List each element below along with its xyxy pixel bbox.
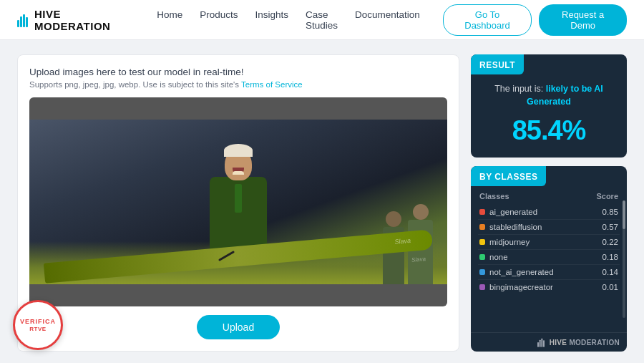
image-container: Slava bbox=[29, 97, 447, 306]
upload-subtext: Supports png, jpeg, jpg, webp. Use is su… bbox=[29, 80, 447, 89]
class-score-3: 0.18 bbox=[602, 253, 618, 261]
class-rows-container: ai_generated 0.85 stablediffusion 0.57 m… bbox=[478, 205, 620, 294]
class-dot-0 bbox=[479, 209, 485, 215]
class-left-1: stablediffusion bbox=[479, 223, 542, 231]
result-body: The input is: likely to be AI Generated … bbox=[471, 74, 627, 158]
result-card: RESULT The input is: likely to be AI Gen… bbox=[471, 54, 627, 158]
left-panel: Upload images here to test our model in … bbox=[17, 54, 459, 352]
image-scene: Slava bbox=[29, 120, 447, 284]
svg-rect-1 bbox=[20, 16, 22, 27]
svg-rect-0 bbox=[17, 20, 19, 27]
figure-teeth bbox=[233, 171, 244, 175]
svg-rect-4 bbox=[537, 342, 539, 347]
class-row: none 0.18 bbox=[478, 250, 620, 265]
class-row: not_ai_generated 0.14 bbox=[478, 265, 620, 280]
class-dot-5 bbox=[479, 284, 485, 290]
nav-links: Home Products Insights Case Studies Docu… bbox=[157, 9, 420, 31]
tos-link[interactable]: Terms of Service bbox=[241, 80, 303, 89]
classes-header: BY CLASSES bbox=[471, 166, 546, 186]
classes-header-text: BY CLASSES bbox=[479, 172, 537, 182]
class-name-0: ai_generated bbox=[489, 208, 537, 216]
upload-button[interactable]: Upload bbox=[197, 315, 280, 339]
classes-card: BY CLASSES Classes Score ai_generated 0.… bbox=[471, 166, 627, 352]
verifica-rtve-text: RTVE bbox=[29, 326, 46, 332]
nav-products[interactable]: Products bbox=[200, 9, 238, 31]
result-sentence: The input is: likely to be AI Generated bbox=[481, 83, 617, 108]
svg-rect-7 bbox=[543, 340, 545, 347]
class-name-4: not_ai_generated bbox=[489, 268, 554, 276]
class-left-5: bingimagecreator bbox=[479, 283, 553, 291]
class-row: bingimagecreator 0.01 bbox=[478, 280, 620, 294]
result-header-text: RESULT bbox=[479, 60, 515, 70]
logo-text: HIVE MODERATION bbox=[34, 8, 134, 32]
navbar: HIVE MODERATION Home Products Insights C… bbox=[0, 0, 644, 40]
scrollbar-thumb bbox=[623, 200, 625, 229]
class-row: ai_generated 0.85 bbox=[478, 205, 620, 220]
verifica-badge: VERIFICA RTVE bbox=[13, 300, 63, 350]
scrollbar[interactable] bbox=[623, 200, 625, 318]
verifica-text: VERIFICA bbox=[20, 318, 56, 326]
bg-soldier-head-1 bbox=[413, 204, 429, 220]
class-name-1: stablediffusion bbox=[489, 223, 542, 231]
result-header: RESULT bbox=[471, 54, 524, 74]
missile-text: Slava bbox=[411, 256, 426, 263]
class-score-5: 0.01 bbox=[602, 283, 618, 291]
request-demo-button[interactable]: Request a Demo bbox=[539, 4, 627, 36]
class-name-2: midjourney bbox=[489, 238, 530, 246]
nav-home[interactable]: Home bbox=[157, 9, 182, 31]
right-panel: RESULT The input is: likely to be AI Gen… bbox=[471, 54, 627, 352]
go-to-dashboard-button[interactable]: Go To Dashboard bbox=[443, 4, 532, 36]
class-left-2: midjourney bbox=[479, 238, 530, 246]
result-percentage: 85.4% bbox=[481, 115, 617, 146]
svg-rect-5 bbox=[539, 340, 540, 347]
class-left-3: none bbox=[479, 253, 508, 261]
col-score: Score bbox=[596, 192, 618, 200]
svg-rect-6 bbox=[541, 339, 542, 347]
class-score-0: 0.85 bbox=[602, 208, 618, 216]
svg-rect-2 bbox=[23, 14, 25, 27]
class-dot-1 bbox=[479, 224, 485, 230]
class-name-3: none bbox=[489, 253, 508, 261]
classes-table: Classes Score ai_generated 0.85 stabledi… bbox=[471, 186, 627, 332]
logo: HIVE MODERATION bbox=[17, 8, 134, 32]
figure-tie bbox=[235, 184, 242, 213]
bg-soldier-1 bbox=[408, 220, 433, 284]
class-dot-3 bbox=[479, 254, 485, 260]
footer-logo-text: HIVE MODERATION bbox=[550, 339, 620, 347]
figure-hair bbox=[224, 144, 253, 157]
class-score-4: 0.14 bbox=[602, 268, 618, 276]
col-classes: Classes bbox=[479, 192, 509, 200]
main-content: Upload images here to test our model in … bbox=[0, 40, 644, 363]
class-left-4: not_ai_generated bbox=[479, 268, 554, 276]
logo-icon bbox=[17, 13, 30, 27]
upload-btn-wrap: Upload bbox=[29, 315, 447, 339]
class-row: stablediffusion 0.57 bbox=[478, 220, 620, 235]
nav-case-studies[interactable]: Case Studies bbox=[306, 9, 338, 31]
class-score-1: 0.57 bbox=[602, 223, 618, 231]
nav-documentation[interactable]: Documentation bbox=[355, 9, 420, 31]
class-left-0: ai_generated bbox=[479, 208, 537, 216]
nav-insights[interactable]: Insights bbox=[255, 9, 288, 31]
footer-logo-icon bbox=[537, 337, 546, 347]
classes-footer: HIVE MODERATION bbox=[471, 332, 627, 352]
uploaded-image: Slava bbox=[29, 120, 447, 284]
class-row: midjourney 0.22 bbox=[478, 235, 620, 250]
class-dot-4 bbox=[479, 269, 485, 275]
class-score-2: 0.22 bbox=[602, 238, 618, 246]
svg-rect-3 bbox=[26, 17, 28, 27]
classes-col-headers: Classes Score bbox=[478, 192, 620, 200]
class-name-5: bingimagecreator bbox=[489, 283, 553, 291]
class-dot-2 bbox=[479, 239, 485, 245]
nav-actions: Go To Dashboard Request a Demo bbox=[443, 4, 627, 36]
bg-soldier-head-2 bbox=[386, 211, 401, 227]
upload-header: Upload images here to test our model in … bbox=[29, 67, 447, 77]
